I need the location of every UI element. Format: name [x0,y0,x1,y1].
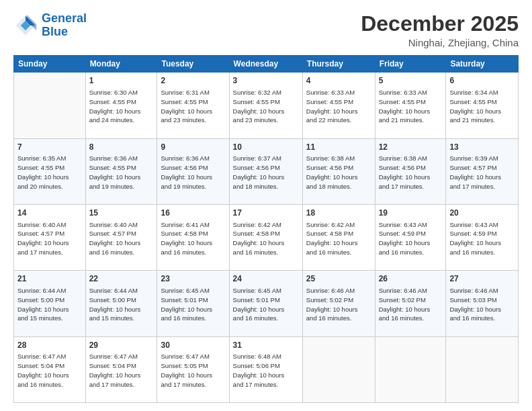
calendar-cell: 23Sunrise: 6:45 AM Sunset: 5:01 PM Dayli… [157,271,229,336]
page: General Blue December 2025 Ninghai, Zhej… [0,0,532,411]
day-number: 4 [306,75,371,87]
weekday-header-monday: Monday [85,56,157,73]
logo-line1: General [42,11,87,25]
calendar-cell: 16Sunrise: 6:41 AM Sunset: 4:58 PM Dayli… [157,204,229,270]
day-info: Sunrise: 6:47 AM Sunset: 5:05 PM Dayligh… [161,352,225,389]
calendar-cell: 18Sunrise: 6:42 AM Sunset: 4:58 PM Dayli… [302,204,375,270]
calendar-cell: 3Sunrise: 6:32 AM Sunset: 4:55 PM Daylig… [229,73,302,138]
calendar-cell: 22Sunrise: 6:44 AM Sunset: 5:00 PM Dayli… [85,271,157,336]
calendar-cell: 10Sunrise: 6:37 AM Sunset: 4:56 PM Dayli… [229,138,302,204]
calendar-cell [14,73,86,138]
day-info: Sunrise: 6:43 AM Sunset: 4:59 PM Dayligh… [449,220,515,257]
day-number: 9 [161,142,225,153]
calendar-cell: 24Sunrise: 6:45 AM Sunset: 5:01 PM Dayli… [229,271,302,336]
day-number: 10 [233,142,299,153]
day-info: Sunrise: 6:38 AM Sunset: 4:56 PM Dayligh… [306,154,371,191]
day-info: Sunrise: 6:31 AM Sunset: 4:55 PM Dayligh… [161,88,225,125]
day-number: 19 [379,208,443,219]
weekday-header-saturday: Saturday [446,56,519,73]
day-number: 2 [161,75,225,87]
day-number: 21 [17,273,82,285]
day-number: 27 [449,273,515,285]
calendar-subtitle: Ninghai, Zhejiang, China [361,37,519,48]
day-info: Sunrise: 6:34 AM Sunset: 4:55 PM Dayligh… [449,88,515,125]
calendar-cell: 20Sunrise: 6:43 AM Sunset: 4:59 PM Dayli… [446,204,519,270]
day-info: Sunrise: 6:33 AM Sunset: 4:55 PM Dayligh… [379,88,443,125]
day-info: Sunrise: 6:36 AM Sunset: 4:56 PM Dayligh… [161,154,225,191]
calendar-week-row: 21Sunrise: 6:44 AM Sunset: 5:00 PM Dayli… [14,271,519,336]
weekday-header-tuesday: Tuesday [157,56,229,73]
calendar-cell: 26Sunrise: 6:46 AM Sunset: 5:02 PM Dayli… [375,271,446,336]
day-number: 11 [306,142,371,153]
day-number: 5 [379,75,443,87]
weekday-header-friday: Friday [375,56,446,73]
calendar-cell: 17Sunrise: 6:42 AM Sunset: 4:58 PM Dayli… [229,204,302,270]
day-info: Sunrise: 6:37 AM Sunset: 4:56 PM Dayligh… [233,154,299,191]
day-number: 30 [161,340,225,351]
calendar-cell [375,336,446,402]
day-info: Sunrise: 6:43 AM Sunset: 4:59 PM Dayligh… [379,220,443,257]
calendar-cell [302,336,375,402]
day-number: 8 [89,142,154,153]
day-info: Sunrise: 6:47 AM Sunset: 5:04 PM Dayligh… [17,352,82,389]
weekday-header-row: SundayMondayTuesdayWednesdayThursdayFrid… [14,56,519,73]
calendar-cell: 5Sunrise: 6:33 AM Sunset: 4:55 PM Daylig… [375,73,446,138]
calendar-cell: 2Sunrise: 6:31 AM Sunset: 4:55 PM Daylig… [157,73,229,138]
day-number: 29 [89,340,154,351]
day-info: Sunrise: 6:40 AM Sunset: 4:57 PM Dayligh… [89,220,154,257]
calendar-cell: 7Sunrise: 6:35 AM Sunset: 4:55 PM Daylig… [14,138,86,204]
day-info: Sunrise: 6:30 AM Sunset: 4:55 PM Dayligh… [89,88,154,125]
day-number: 25 [306,273,371,285]
day-number: 28 [17,340,82,351]
day-info: Sunrise: 6:46 AM Sunset: 5:02 PM Dayligh… [379,286,443,323]
weekday-header-wednesday: Wednesday [229,56,302,73]
day-info: Sunrise: 6:41 AM Sunset: 4:58 PM Dayligh… [161,220,225,257]
day-info: Sunrise: 6:44 AM Sunset: 5:00 PM Dayligh… [89,286,154,323]
day-number: 24 [233,273,299,285]
calendar-cell: 15Sunrise: 6:40 AM Sunset: 4:57 PM Dayli… [85,204,157,270]
day-number: 15 [89,208,154,219]
logo-icon [13,13,38,38]
day-info: Sunrise: 6:45 AM Sunset: 5:01 PM Dayligh… [233,286,299,323]
calendar-cell: 25Sunrise: 6:46 AM Sunset: 5:02 PM Dayli… [302,271,375,336]
day-number: 3 [233,75,299,87]
calendar-title: December 2025 [361,12,519,36]
logo-text: General Blue [42,12,87,39]
day-info: Sunrise: 6:46 AM Sunset: 5:03 PM Dayligh… [449,286,515,323]
day-number: 23 [161,273,225,285]
day-info: Sunrise: 6:35 AM Sunset: 4:55 PM Dayligh… [17,154,82,191]
calendar-cell: 9Sunrise: 6:36 AM Sunset: 4:56 PM Daylig… [157,138,229,204]
day-info: Sunrise: 6:42 AM Sunset: 4:58 PM Dayligh… [306,220,371,257]
calendar-week-row: 14Sunrise: 6:40 AM Sunset: 4:57 PM Dayli… [14,204,519,270]
calendar-cell [446,336,519,402]
day-number: 26 [379,273,443,285]
day-info: Sunrise: 6:36 AM Sunset: 4:55 PM Dayligh… [89,154,154,191]
day-number: 12 [379,142,443,153]
calendar-cell: 6Sunrise: 6:34 AM Sunset: 4:55 PM Daylig… [446,73,519,138]
day-info: Sunrise: 6:32 AM Sunset: 4:55 PM Dayligh… [233,88,299,125]
calendar-cell: 19Sunrise: 6:43 AM Sunset: 4:59 PM Dayli… [375,204,446,270]
day-info: Sunrise: 6:47 AM Sunset: 5:04 PM Dayligh… [89,352,154,389]
weekday-header-thursday: Thursday [302,56,375,73]
calendar-cell: 1Sunrise: 6:30 AM Sunset: 4:55 PM Daylig… [85,73,157,138]
calendar-week-row: 28Sunrise: 6:47 AM Sunset: 5:04 PM Dayli… [14,336,519,402]
day-number: 20 [449,208,515,219]
calendar-cell: 12Sunrise: 6:38 AM Sunset: 4:56 PM Dayli… [375,138,446,204]
title-block: December 2025 Ninghai, Zhejiang, China [361,12,519,48]
day-number: 7 [17,142,82,153]
day-number: 6 [449,75,515,87]
weekday-header-sunday: Sunday [14,56,86,73]
calendar-cell: 8Sunrise: 6:36 AM Sunset: 4:55 PM Daylig… [85,138,157,204]
day-info: Sunrise: 6:46 AM Sunset: 5:02 PM Dayligh… [306,286,371,323]
day-number: 16 [161,208,225,219]
calendar-cell: 11Sunrise: 6:38 AM Sunset: 4:56 PM Dayli… [302,138,375,204]
day-number: 14 [17,208,82,219]
day-info: Sunrise: 6:48 AM Sunset: 5:06 PM Dayligh… [233,352,299,389]
calendar-cell: 27Sunrise: 6:46 AM Sunset: 5:03 PM Dayli… [446,271,519,336]
calendar-cell: 30Sunrise: 6:47 AM Sunset: 5:05 PM Dayli… [157,336,229,402]
calendar-cell: 28Sunrise: 6:47 AM Sunset: 5:04 PM Dayli… [14,336,86,402]
day-number: 13 [449,142,515,153]
calendar-cell: 31Sunrise: 6:48 AM Sunset: 5:06 PM Dayli… [229,336,302,402]
day-number: 31 [233,340,299,351]
calendar-cell: 29Sunrise: 6:47 AM Sunset: 5:04 PM Dayli… [85,336,157,402]
